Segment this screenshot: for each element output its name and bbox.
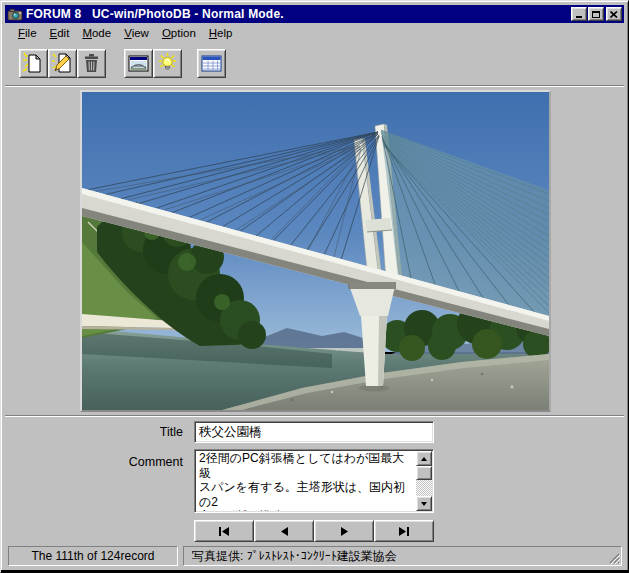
menu-edit[interactable]: Edit [45,25,75,41]
menu-mode[interactable]: Mode [77,25,116,41]
previous-record-icon [280,527,289,536]
last-record-button[interactable] [374,520,434,542]
photo-credit-text: 写真提供: ﾌﾟﾚｽﾄﾚｽﾄ･ｺﾝｸﾘｰﾄ建設業協会 [192,548,397,565]
close-icon [610,11,618,18]
maximize-button[interactable] [588,7,604,21]
next-record-icon [340,527,349,536]
menu-view[interactable]: View [119,25,154,41]
bridge-photo [82,92,549,410]
menu-file[interactable]: File [13,25,42,41]
title-input[interactable] [194,421,434,443]
next-record-button[interactable] [314,520,374,542]
scroll-down-button[interactable] [416,496,432,511]
title-bar: FORUM 8 UC-win/PhotoDB - Normal Mode. [5,5,624,23]
minimize-icon [576,16,582,18]
maximize-icon [592,11,600,18]
minimize-button[interactable] [571,7,587,21]
delete-record-button[interactable] [77,49,106,78]
new-document-icon [22,52,45,75]
table-view-button[interactable] [197,49,226,78]
first-record-icon [218,527,230,536]
record-count-status: The 111th of 124record [8,546,178,566]
edit-record-button[interactable] [48,49,77,78]
comment-box[interactable]: 2径間のPC斜張橋としてはわが国最大級 スパンを有する。主塔形状は、国内初の2 … [194,449,434,513]
title-label: Title [5,425,183,439]
last-record-icon [398,527,410,536]
photo-window-icon [127,52,150,75]
photo-window-button[interactable] [124,49,153,78]
close-button[interactable] [606,7,622,21]
comment-text: 2径間のPC斜張橋としてはわが国最大級 スパンを有する。主塔形状は、国内初の2 … [197,451,415,511]
arrow-up-icon [421,457,427,461]
menu-bar: File Edit Mode View Option Help [5,24,624,42]
resize-grip-icon[interactable] [607,551,620,564]
scroll-up-button[interactable] [416,451,432,466]
form-panel: Title Comment 2径間のPC斜張橋としてはわが国最大級 スパンを有す… [5,416,624,542]
toolbar [5,43,624,85]
comment-label: Comment [5,455,183,469]
light-bulb-icon [156,52,179,75]
camera-icon [7,7,23,21]
photo-frame [80,90,551,412]
record-navigation [194,520,434,542]
menu-help[interactable]: Help [204,25,238,41]
record-count-text: The 111th of 124record [32,549,155,563]
previous-record-button[interactable] [254,520,314,542]
app-window: FORUM 8 UC-win/PhotoDB - Normal Mode. Fi… [0,0,629,573]
photo-credit-status: 写真提供: ﾌﾟﾚｽﾄﾚｽﾄ･ｺﾝｸﾘｰﾄ建設業協会 [183,546,622,566]
window-title: FORUM 8 UC-win/PhotoDB - Normal Mode. [26,7,570,21]
arrow-down-icon [421,502,427,506]
edit-document-icon [51,52,74,75]
new-record-button[interactable] [19,49,48,78]
trash-icon [80,52,103,75]
photo-panel [5,85,624,416]
first-record-button[interactable] [194,520,254,542]
idea-button[interactable] [153,49,182,78]
comment-scrollbar[interactable] [416,451,432,511]
table-grid-icon [200,52,223,75]
menu-option[interactable]: Option [157,25,201,41]
scrollbar-thumb[interactable] [416,466,432,480]
